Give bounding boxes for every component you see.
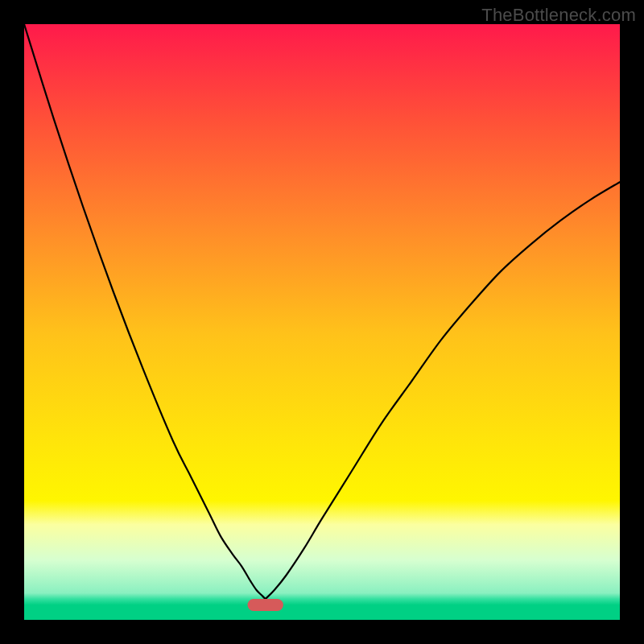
- watermark-text: TheBottleneck.com: [481, 5, 636, 26]
- gradient-background: [24, 24, 620, 620]
- outer-frame: TheBottleneck.com: [0, 0, 644, 644]
- floor-marker: [248, 599, 283, 611]
- bottleneck-chart: [24, 24, 620, 620]
